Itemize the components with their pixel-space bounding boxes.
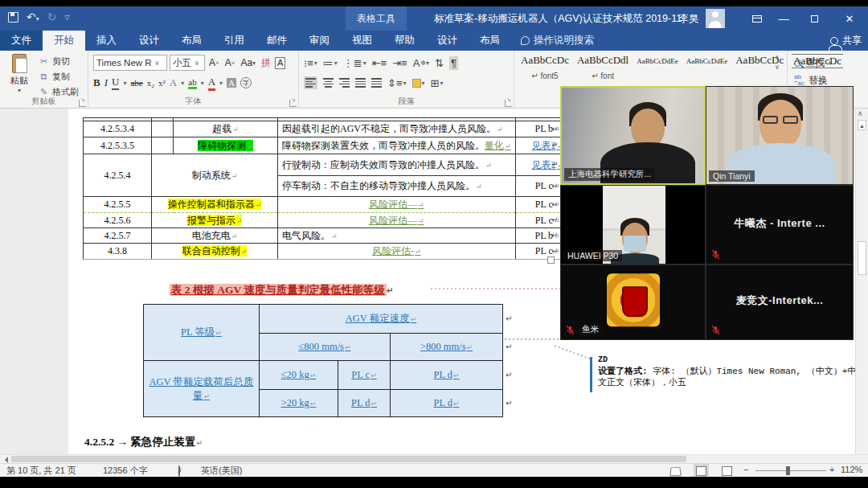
link[interactable]: 见表2 (532, 140, 563, 151)
tracked-change-comment[interactable]: ZD 设置了格式: 字体: （默认）Times New Roman, （中文）+… (598, 355, 863, 389)
redo-icon[interactable]: ↻ (47, 10, 57, 23)
clause-cell[interactable]: 4.2.5.3.5 (84, 137, 152, 154)
customize-qat-icon[interactable]: ▽ (64, 14, 69, 21)
styles-scroll-down-icon[interactable]: ∨ (775, 64, 780, 71)
avatar[interactable] (706, 9, 725, 28)
text-effects-icon[interactable]: A (170, 76, 177, 89)
system-cell[interactable]: 制动系统 (152, 154, 278, 197)
clause-cell[interactable]: 4.2.5.3.4 (84, 121, 152, 137)
tab-review[interactable]: 审阅 (298, 31, 341, 51)
find-dropdown-icon[interactable]: ▾ (829, 59, 832, 67)
mass-cell[interactable]: ≤20 kg (260, 361, 338, 390)
style-item[interactable]: AaBbCcDdEe (637, 54, 678, 65)
tab-layout[interactable]: 布局 (170, 31, 213, 51)
chevron-up-icon[interactable]: ∧ (858, 109, 863, 117)
align-right-icon[interactable] (339, 77, 350, 88)
ribbon-display-options-icon[interactable] (743, 6, 771, 31)
zoom-in-icon[interactable]: + (829, 465, 834, 474)
align-center-icon[interactable] (323, 77, 334, 88)
style-item[interactable]: AaBbCcDc ↵ font5 (521, 54, 569, 80)
underline-icon[interactable]: U (112, 76, 119, 90)
video-tile[interactable]: Qin Tianyi (706, 86, 854, 185)
pl-table[interactable]: PL 等级 AGV 额定速度 ≤800 mm/s >800 mm/s AGV 带… (143, 304, 503, 417)
table-row[interactable]: 4.2.5.6 报警与指示 风险评估— PL c (84, 213, 580, 228)
tab-table-layout[interactable]: 布局 (469, 31, 511, 51)
pl-cell[interactable]: PL d (338, 390, 391, 417)
clause-cell[interactable]: 4.2.5.4 (84, 154, 152, 197)
enclose-characters-icon[interactable]: 字 (240, 77, 252, 88)
table-row[interactable]: 4.2.5.3.4 超载 因超载引起的AGV不稳定，而导致冲撞人员风险。 PL … (84, 121, 580, 137)
link[interactable]: 风险评估- (372, 245, 421, 256)
video-tile[interactable]: HUAWEI P30 (560, 185, 706, 265)
scroll-left-arrow-icon[interactable] (2, 457, 8, 463)
system-cell[interactable]: 报警与指示 (152, 213, 278, 228)
mass-header-cell[interactable]: AGV 带额定载荷后总质量 (144, 361, 260, 417)
borders-icon[interactable]: ⊞▾ (431, 77, 444, 89)
shrink-font-icon[interactable]: A˅ (223, 55, 237, 71)
tab-view[interactable]: 视图 (341, 31, 383, 51)
table-row[interactable]: 4.2.5.3.5 障碍物探测 障碍物探测装置失效，而导致冲撞人员的风险。量化 … (84, 137, 580, 154)
desc-cell[interactable]: 停车制动：不自主的移动导致冲撞人员风险。 (278, 176, 516, 197)
speed-low-cell[interactable]: ≤800 mm/s (260, 334, 391, 361)
desc-cell[interactable]: 风险评估— (278, 197, 516, 213)
link[interactable]: 量化 (485, 140, 511, 151)
horizontal-scroll-thumb[interactable] (11, 456, 686, 462)
tell-me-search[interactable]: 操作说明搜索 (511, 31, 604, 51)
item-cell[interactable]: 超载 (174, 121, 278, 137)
asian-layout-icon[interactable]: A✻▾ (413, 57, 429, 69)
paste-dropdown-icon[interactable]: ▾ (18, 87, 21, 94)
scroll-up-arrow-icon[interactable]: ▲ (858, 120, 866, 130)
vertical-scroll-thumb[interactable] (858, 241, 866, 275)
close-button[interactable]: ✕ (836, 6, 863, 31)
table-row[interactable]: PL 等级 AGV 额定速度 (144, 305, 503, 334)
system-cell[interactable]: 操作控制器和指示器 (152, 197, 278, 213)
proofing-status-icon[interactable] (178, 465, 180, 477)
bullets-icon[interactable]: ⁝≡▾ (304, 57, 317, 69)
line-spacing-icon[interactable]: ⇕≡▾ (387, 77, 407, 89)
find-button[interactable]: 查找 ▾ (794, 55, 832, 70)
font-color-icon[interactable]: A (208, 76, 215, 91)
page-indicator[interactable]: 第 10 页, 共 21 页 (6, 465, 76, 477)
restore-button[interactable] (800, 6, 828, 31)
superscript-icon[interactable]: x² (158, 78, 166, 88)
save-icon[interactable] (8, 12, 18, 23)
copy-button[interactable]: ⧉复制 (39, 71, 79, 83)
font-name-combo[interactable]: Times New R∨ (93, 55, 167, 71)
zoom-level[interactable]: 112% (841, 465, 862, 474)
table-row[interactable]: 4.2.5.5 操作控制器和指示器 风险评估— PL c (84, 197, 580, 213)
video-conference-overlay[interactable]: 上海电器科学研究所... Qin Tianyi HUAWEI P30 牛曦杰 -… (560, 86, 854, 340)
align-left-icon[interactable] (304, 76, 317, 89)
style-item[interactable]: AaBbCcDdl ↵ font (577, 54, 628, 80)
minimize-button[interactable]: — (770, 6, 797, 31)
table-row[interactable]: 4.2.5.4 制动系统 行驶制动：应制动失效而导致的冲撞人员风险。 见表2 (84, 154, 580, 176)
clause-cell[interactable]: 4.3.8 (84, 244, 152, 260)
link[interactable]: 见表2 (532, 159, 563, 170)
item-cell[interactable]: 障碍物探测 (174, 137, 278, 154)
numbering-icon[interactable]: ≔▾ (323, 57, 338, 69)
tab-home[interactable]: 开始 (43, 31, 85, 51)
tab-help[interactable]: 帮助 (383, 31, 426, 51)
show-marks-icon[interactable]: ¶ (449, 56, 458, 70)
link[interactable]: 风险评估— (369, 199, 424, 210)
shading-icon[interactable]: ▾ (412, 79, 425, 88)
undo-icon[interactable]: ↶▾ (27, 10, 39, 23)
link[interactable]: 风险评估— (369, 215, 424, 226)
multilevel-list-icon[interactable]: ⋮≣▾ (343, 57, 366, 69)
clause-cell[interactable]: 4.2.5.5 (84, 197, 152, 213)
desc-cell[interactable]: 电气风险。 (278, 228, 516, 244)
character-shading-icon[interactable]: A (227, 78, 236, 88)
tab-insert[interactable]: 插入 (85, 31, 128, 51)
style-item[interactable]: AaBbCcDdEe (686, 54, 728, 65)
font-size-combo[interactable]: 小五∨ (170, 55, 205, 71)
table-row[interactable]: 4.3.8 联合自动控制 风险评估- PL c (84, 244, 580, 260)
paragraph-dialog-launcher-icon[interactable] (505, 100, 512, 107)
video-tile-no-video[interactable]: 麦竞文-Intertek... (706, 265, 854, 340)
word-count[interactable]: 12356 个字 (103, 465, 148, 477)
underline-dropdown-icon[interactable]: ▾ (123, 80, 126, 87)
pl-header-cell[interactable]: PL 等级 (144, 305, 260, 361)
print-layout-icon[interactable] (696, 466, 706, 476)
desc-cell[interactable]: 风险评估— (278, 213, 516, 228)
sort-icon[interactable]: ⇅ (435, 57, 444, 69)
video-tile-logo[interactable]: 鱼米 (560, 265, 706, 340)
text-highlight-icon[interactable]: ab (188, 77, 196, 89)
